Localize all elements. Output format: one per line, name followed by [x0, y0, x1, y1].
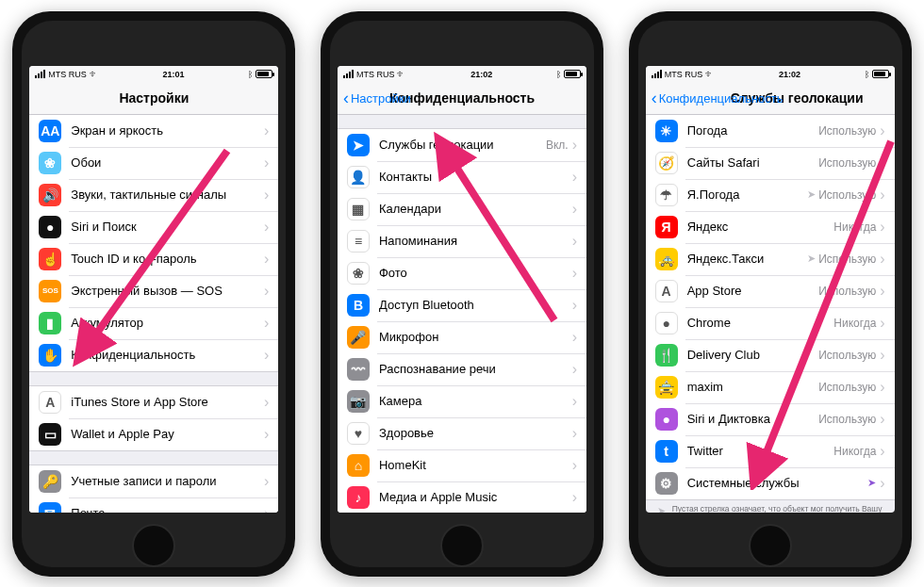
app-icon: ✉	[39, 502, 61, 513]
privacy-list[interactable]: ➤Службы геолокацииВкл.›👤Контакты›▦Календ…	[338, 115, 586, 513]
list-row[interactable]: AAЭкран и яркость›	[29, 115, 278, 147]
list-row[interactable]: ❀Фото›	[338, 257, 586, 289]
list-row[interactable]: 📷Камера›	[338, 385, 586, 417]
row-label: Конфиденциальность	[71, 348, 264, 362]
battery-icon	[564, 70, 581, 78]
app-icon: ✋	[39, 344, 61, 367]
chevron-right-icon: ›	[880, 219, 884, 236]
list-row[interactable]: 👤Контакты›	[338, 161, 586, 193]
list-row[interactable]: ➤Службы геолокацииВкл.›	[338, 129, 586, 161]
row-value: Использую	[818, 124, 876, 138]
app-icon: ▭	[39, 423, 61, 446]
list-row[interactable]: ☀ПогодаИспользую›	[646, 115, 895, 147]
list-row[interactable]: 🔊Звуки, тактильные сигналы›	[29, 179, 278, 211]
list-row[interactable]: 🚖maximИспользую›	[646, 371, 895, 403]
row-label: Доступ Bluetooth	[379, 298, 572, 312]
list-row[interactable]: ●Siri и Поиск›	[29, 211, 278, 243]
row-label: maxim	[687, 380, 819, 394]
row-label: Яндекс.Такси	[687, 252, 808, 266]
app-icon: ☀	[655, 120, 678, 142]
list-row[interactable]: ♥Здоровье›	[338, 417, 586, 449]
list-row[interactable]: ⌂HomeKit›	[338, 449, 586, 481]
app-icon: ❀	[39, 152, 61, 174]
app-icon: Я	[655, 216, 678, 238]
list-row[interactable]: tTwitterНикогда›	[646, 435, 895, 467]
row-label: Камера	[379, 394, 572, 408]
chevron-right-icon: ›	[572, 329, 577, 346]
phone-frame-1: MTS RUS ᯤ 21:01 ᛒ Настройки AAЭкран и яр…	[12, 11, 295, 577]
row-label: Почта	[71, 506, 264, 513]
screen-privacy: MTS RUS ᯤ 21:02 ᛒ ‹ Настройки Конфиденци…	[338, 66, 586, 513]
app-icon: 🚖	[655, 376, 678, 399]
list-row[interactable]: ●ChromeНикогда›	[646, 307, 895, 339]
chevron-right-icon: ›	[572, 297, 577, 314]
row-label: Touch ID и код-пароль	[71, 252, 264, 266]
app-icon: ♥	[347, 422, 370, 445]
status-bar: MTS RUS ᯤ 21:02 ᛒ	[338, 66, 586, 83]
legend-row: ➤Пустая стрелка означает, что объект мог…	[657, 504, 883, 513]
home-button[interactable]	[132, 524, 175, 567]
list-row[interactable]: AApp StoreИспользую›	[646, 275, 895, 307]
clock: 21:01	[163, 70, 185, 79]
carrier-label: MTS RUS	[665, 70, 703, 79]
list-row[interactable]: 〰Распознавание речи›	[338, 353, 586, 385]
list-row[interactable]: ⚙Системные службы➤›	[646, 467, 895, 499]
app-icon: ▮	[39, 312, 61, 334]
battery-icon	[256, 70, 272, 78]
app-icon: ●	[39, 216, 61, 238]
list-row[interactable]: ≡Напоминания›	[338, 225, 586, 257]
list-row[interactable]: 🎤Микрофон›	[338, 321, 586, 353]
list-row[interactable]: 🔑Учетные записи и пароли›	[29, 465, 278, 497]
list-row[interactable]: 🚕Яндекс.Такси➤Использую›	[646, 243, 895, 275]
app-icon: AA	[39, 120, 61, 142]
chevron-right-icon: ›	[572, 425, 577, 442]
list-row[interactable]: ☝Touch ID и код-пароль›	[29, 243, 278, 275]
list-row[interactable]: ▦Календари›	[338, 193, 586, 225]
chevron-right-icon: ›	[264, 283, 269, 300]
list-row[interactable]: SOSЭкстренный вызов — SOS›	[29, 275, 278, 307]
list-row[interactable]: ЯЯндексНикогда›	[646, 211, 895, 243]
list-row[interactable]: ☂Я.Погода➤Использую›	[646, 179, 895, 211]
list-row[interactable]: 🧭Сайты SafariИспользую›	[646, 147, 895, 179]
nav-bar: Настройки	[29, 83, 278, 115]
list-row[interactable]: ❀Обои›	[29, 147, 278, 179]
bluetooth-icon: ᛒ	[865, 70, 869, 79]
list-row[interactable]: ●Siri и ДиктовкаИспользую›	[646, 403, 895, 435]
list-row[interactable]: 🍴Delivery ClubИспользую›	[646, 339, 895, 371]
chevron-right-icon: ›	[264, 347, 269, 364]
row-value: Использую	[818, 381, 876, 394]
app-icon: ☂	[655, 184, 678, 206]
home-button[interactable]	[440, 524, 484, 567]
chevron-right-icon: ›	[572, 489, 577, 506]
list-row[interactable]: BДоступ Bluetooth›	[338, 289, 586, 321]
settings-list[interactable]: AAЭкран и яркость›❀Обои›🔊Звуки, тактильн…	[29, 115, 278, 513]
list-row[interactable]: ▭Wallet и Apple Pay›	[29, 418, 278, 450]
chevron-right-icon: ›	[264, 219, 269, 236]
back-label: Настройки	[351, 91, 411, 106]
row-value: Никогда	[833, 445, 876, 458]
home-button[interactable]	[749, 524, 792, 567]
location-list[interactable]: ☀ПогодаИспользую›🧭Сайты SafariИспользую›…	[646, 115, 895, 513]
list-row[interactable]: ✉Почта›	[29, 497, 278, 513]
back-button[interactable]: ‹ Настройки	[343, 90, 411, 106]
chevron-right-icon: ›	[264, 122, 269, 139]
row-label: Delivery Club	[687, 348, 819, 362]
battery-icon	[872, 70, 889, 78]
back-button[interactable]: ‹ Конфиденциальность	[652, 90, 784, 106]
row-label: Календари	[379, 202, 572, 216]
list-row[interactable]: ✋Конфиденциальность›	[29, 339, 278, 371]
list-row[interactable]: ▮Аккумулятор›	[29, 307, 278, 339]
row-value: Использую	[818, 156, 876, 170]
row-label: Погода	[687, 123, 819, 138]
bluetooth-icon: ᛒ	[248, 70, 253, 79]
app-icon: 🔑	[39, 470, 61, 493]
chevron-right-icon: ›	[264, 155, 269, 171]
row-value: ➤	[867, 477, 876, 489]
list-row[interactable]: ♪Медиа и Apple Music›	[338, 481, 586, 513]
chevron-right-icon: ›	[572, 265, 577, 282]
app-icon: 📷	[347, 390, 370, 413]
list-row[interactable]: AiTunes Store и App Store›	[29, 386, 278, 418]
chevron-right-icon: ›	[264, 187, 269, 204]
screen-settings: MTS RUS ᯤ 21:01 ᛒ Настройки AAЭкран и яр…	[29, 66, 278, 513]
app-icon: 🔊	[39, 184, 61, 206]
